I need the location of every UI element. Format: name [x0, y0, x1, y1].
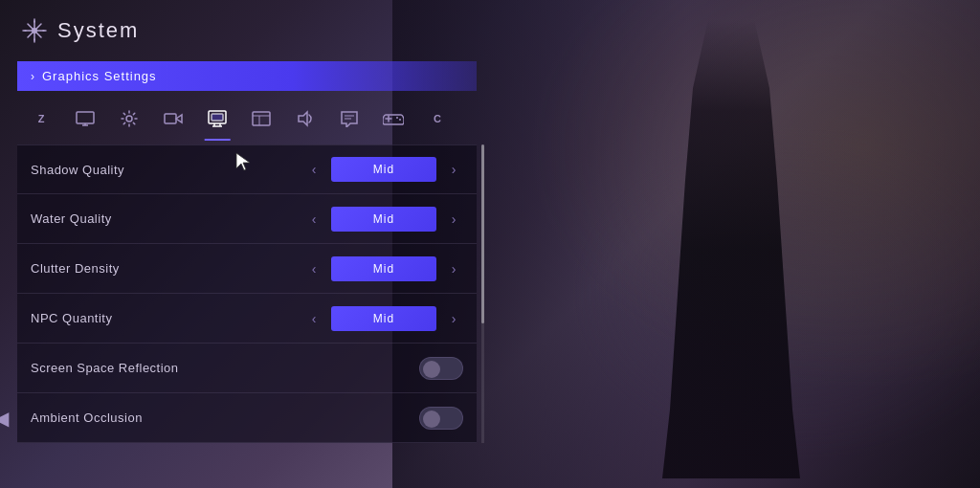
shadow-quality-label: Shadow Quality [31, 163, 124, 177]
scrollbar[interactable] [481, 144, 484, 443]
npc-quantity-control: ‹ Mid › [304, 306, 463, 331]
screen-space-reflection-label: Screen Space Reflection [31, 361, 179, 375]
screen-space-reflection-control [419, 357, 463, 380]
ambient-occlusion-knob [423, 410, 440, 428]
ambient-occlusion-toggle[interactable] [419, 407, 463, 430]
tab-z[interactable]: Z [23, 100, 59, 137]
controller-icon [383, 111, 404, 126]
scrollbar-thumb [481, 144, 484, 323]
svg-marker-14 [176, 115, 182, 122]
system-icon [21, 17, 48, 44]
settings-panel: System › Graphics Settings Z [0, 0, 507, 488]
system-title-text: System [57, 18, 139, 43]
settings-list: Shadow Quality ‹ Mid › Water Quality ‹ M… [17, 144, 477, 443]
water-quality-row: Water Quality ‹ Mid › [17, 194, 477, 244]
svg-point-28 [396, 117, 398, 119]
monitor-icon [76, 111, 95, 126]
water-quality-next[interactable]: › [444, 211, 463, 227]
tab-media[interactable] [155, 100, 191, 137]
npc-quantity-prev[interactable]: ‹ [304, 311, 323, 326]
section-expand-arrow[interactable]: › [31, 70, 34, 83]
shadow-quality-control: ‹ Mid › [304, 157, 463, 182]
npc-quantity-value: Mid [331, 306, 436, 331]
tab-monitor[interactable] [67, 100, 103, 137]
svg-point-29 [399, 119, 401, 121]
clutter-density-control: ‹ Mid › [304, 256, 463, 281]
screen-space-reflection-toggle[interactable] [419, 357, 463, 380]
clutter-density-prev[interactable]: ‹ [304, 261, 323, 277]
gear-icon [121, 110, 138, 127]
screen-space-reflection-row: Screen Space Reflection [17, 344, 477, 393]
tab-screen[interactable] [243, 100, 279, 137]
section-header-label: Graphics Settings [42, 69, 157, 83]
audio-icon [297, 110, 314, 127]
clutter-density-label: Clutter Density [31, 261, 120, 276]
section-header: › Graphics Settings [17, 61, 477, 91]
tab-c-label: C [434, 113, 441, 124]
tab-controller[interactable] [375, 100, 412, 137]
tab-audio[interactable] [287, 100, 323, 137]
svg-rect-16 [212, 114, 223, 121]
svg-point-12 [126, 116, 132, 122]
npc-quantity-row: NPC Quantity ‹ Mid › [17, 294, 477, 344]
water-quality-control: ‹ Mid › [304, 207, 463, 232]
water-quality-prev[interactable]: ‹ [304, 211, 323, 227]
npc-quantity-label: NPC Quantity [31, 311, 112, 325]
npc-quantity-next[interactable]: › [444, 311, 463, 326]
shadow-quality-prev[interactable]: ‹ [304, 162, 323, 177]
display-icon [208, 110, 227, 127]
water-quality-label: Water Quality [31, 211, 112, 226]
ambient-occlusion-row: ◀ Ambient Occlusion [17, 393, 477, 443]
screen-icon [252, 111, 271, 126]
tab-chat[interactable] [331, 100, 368, 137]
screen-space-reflection-knob [423, 361, 440, 378]
tab-display-active[interactable] [199, 100, 235, 137]
shadow-quality-value: Mid [331, 157, 436, 182]
tab-gear[interactable] [111, 100, 147, 137]
tab-bar: Z [17, 100, 477, 144]
ambient-occlusion-control [419, 407, 463, 430]
svg-point-4 [32, 28, 37, 33]
svg-rect-13 [165, 114, 176, 123]
media-icon [164, 111, 183, 126]
row-selection-pointer: ◀ [0, 407, 9, 430]
clutter-density-row: Clutter Density ‹ Mid › [17, 244, 477, 294]
shadow-quality-next[interactable]: › [444, 162, 463, 177]
svg-rect-9 [77, 112, 94, 123]
ambient-occlusion-label: Ambient Occlusion [31, 410, 143, 425]
tab-c[interactable]: C [419, 100, 456, 137]
shadow-quality-row: Shadow Quality ‹ Mid › [17, 144, 477, 194]
system-title-area: System [17, 17, 507, 44]
water-quality-value: Mid [331, 207, 436, 232]
clutter-density-next[interactable]: › [444, 261, 463, 277]
chat-icon [340, 110, 359, 127]
tab-z-label: Z [38, 113, 45, 124]
svg-marker-23 [299, 112, 307, 125]
svg-rect-20 [253, 112, 270, 125]
clutter-density-value: Mid [331, 256, 436, 281]
